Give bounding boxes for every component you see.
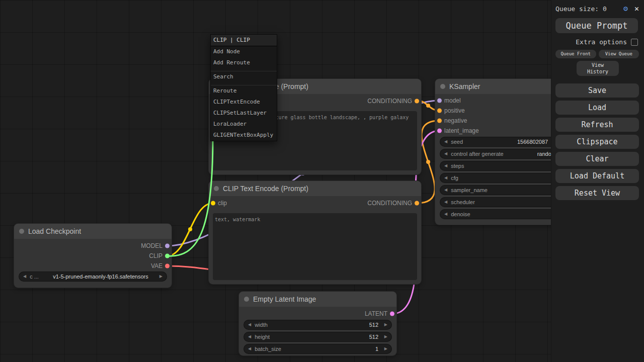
widget-width[interactable]: ◀ width 512 ▶ bbox=[244, 320, 391, 329]
slot-dot-model[interactable] bbox=[165, 244, 170, 248]
increment-arrow-icon[interactable]: ▶ bbox=[384, 320, 387, 329]
load-button[interactable]: Load bbox=[555, 101, 639, 115]
decrement-arrow-icon[interactable]: ◀ bbox=[248, 332, 251, 341]
decrement-arrow-icon[interactable]: ◀ bbox=[444, 149, 447, 158]
node-title-bar[interactable]: Empty Latent Image bbox=[239, 292, 396, 307]
decrement-arrow-icon[interactable]: ◀ bbox=[248, 320, 251, 329]
input-slot-negative[interactable]: negative bbox=[435, 117, 467, 124]
close-icon[interactable]: ✕ bbox=[634, 4, 639, 13]
collapse-dot-icon[interactable] bbox=[244, 297, 249, 302]
link-midpoint-dot bbox=[188, 227, 192, 231]
clear-button[interactable]: Clear bbox=[555, 152, 639, 166]
decrement-arrow-icon[interactable]: ◀ bbox=[444, 137, 447, 146]
slot-dot-conditioning[interactable] bbox=[437, 109, 442, 113]
menu-item-loraloader[interactable]: LoraLoader bbox=[211, 119, 277, 130]
input-slot-model[interactable]: model bbox=[435, 97, 461, 104]
queue-front-button[interactable]: Queue Front bbox=[555, 50, 596, 58]
link-midpoint-dot bbox=[426, 160, 430, 164]
reset-view-button[interactable]: Reset View bbox=[555, 186, 639, 200]
link-midpoint-dot bbox=[426, 104, 430, 108]
slot-dot-vae[interactable] bbox=[165, 264, 170, 268]
menu-item-gligentextboxapply[interactable]: GLIGENTextBoxApply bbox=[211, 130, 277, 141]
node-graph-canvas[interactable]: Load Checkpoint MODEL CLIP VAE ◀ c ... v… bbox=[0, 0, 644, 362]
menu-item-cliptextencode[interactable]: CLIPTextEncode bbox=[211, 97, 277, 108]
refresh-button[interactable]: Refresh bbox=[555, 118, 639, 132]
node-title: CLIP Text Encode (Prompt) bbox=[223, 185, 308, 193]
link-drag-clip bbox=[167, 139, 213, 256]
decrement-arrow-icon[interactable]: ◀ bbox=[444, 173, 447, 183]
decrement-arrow-icon[interactable]: ◀ bbox=[23, 272, 26, 281]
node-title-bar[interactable]: CLIP Text Encode (Prompt) bbox=[209, 181, 421, 196]
extra-options-checkbox[interactable] bbox=[631, 39, 638, 46]
collapse-dot-icon[interactable] bbox=[19, 229, 24, 234]
slot-dot-model[interactable] bbox=[437, 99, 442, 103]
decrement-arrow-icon[interactable]: ◀ bbox=[444, 210, 447, 219]
increment-arrow-icon[interactable]: ▶ bbox=[384, 344, 387, 353]
context-menu-title: CLIP | CLIP bbox=[211, 35, 277, 46]
output-slot-clip[interactable]: CLIP bbox=[149, 252, 172, 259]
decrement-arrow-icon[interactable]: ◀ bbox=[444, 198, 447, 207]
slot-dot-conditioning[interactable] bbox=[415, 201, 419, 206]
load-default-button[interactable]: Load Default bbox=[555, 169, 639, 183]
output-slot-vae[interactable]: VAE bbox=[151, 262, 172, 269]
save-button[interactable]: Save bbox=[555, 83, 639, 98]
clipspace-button[interactable]: Clipspace bbox=[555, 135, 639, 149]
menu-item-search[interactable]: Search bbox=[211, 71, 277, 82]
decrement-arrow-icon[interactable]: ◀ bbox=[444, 186, 447, 195]
prompt-textarea[interactable]: text, watermark bbox=[213, 213, 417, 280]
queue-size-label: Queue size: 0 bbox=[555, 5, 607, 13]
node-empty-latent-image[interactable]: Empty Latent Image LATENT ◀ width 512 ▶ … bbox=[239, 292, 396, 355]
input-slot-clip[interactable]: clip bbox=[209, 200, 227, 207]
slot-dot-clip[interactable] bbox=[211, 201, 215, 206]
input-slot-positive[interactable]: positive bbox=[435, 107, 465, 114]
view-queue-button[interactable]: View Queue bbox=[599, 50, 639, 58]
collapse-dot-icon[interactable] bbox=[440, 84, 445, 89]
decrement-arrow-icon[interactable]: ◀ bbox=[248, 344, 251, 353]
queue-prompt-button[interactable]: Queue Prompt bbox=[555, 18, 638, 33]
increment-arrow-icon[interactable]: ▶ bbox=[159, 272, 163, 281]
view-history-button[interactable]: View History bbox=[577, 61, 619, 76]
menu-item-add-reroute[interactable]: Add Reroute bbox=[211, 57, 277, 68]
slot-dot-conditioning[interactable] bbox=[415, 99, 419, 104]
link-clip-to-encode bbox=[167, 203, 213, 256]
node-clip-text-encode-2[interactable]: CLIP Text Encode (Prompt) clip CONDITION… bbox=[209, 181, 421, 284]
menu-item-add-node[interactable]: Add Node bbox=[211, 46, 277, 57]
collapse-dot-icon[interactable] bbox=[214, 186, 219, 191]
slot-dot-clip[interactable] bbox=[165, 254, 170, 258]
widget-ckpt-name[interactable]: ◀ c ... v1-5-pruned-emaonly-fp16.safeten… bbox=[19, 272, 167, 281]
slot-dot-latent[interactable] bbox=[390, 312, 394, 316]
input-slot-latent-image[interactable]: latent_image bbox=[435, 127, 479, 134]
slot-dot-conditioning[interactable] bbox=[437, 119, 442, 123]
menu-item-clipsetlastlayer[interactable]: CLIPSetLastLayer bbox=[211, 108, 277, 119]
increment-arrow-icon[interactable]: ▶ bbox=[384, 332, 387, 341]
comfy-menu-panel: Queue size: 0 ⚙ ✕ Queue Prompt Extra opt… bbox=[551, 0, 644, 362]
widget-batch-size[interactable]: ◀ batch_size 1 ▶ bbox=[244, 344, 391, 353]
node-title: Empty Latent Image bbox=[253, 295, 316, 303]
settings-gear-icon[interactable]: ⚙ bbox=[623, 4, 628, 13]
output-slot-latent[interactable]: LATENT bbox=[365, 310, 396, 317]
extra-options-label: Extra options bbox=[576, 38, 627, 46]
node-title-bar[interactable]: Load Checkpoint bbox=[14, 224, 172, 239]
output-slot-conditioning[interactable]: CONDITIONING bbox=[367, 200, 421, 207]
widget-height[interactable]: ◀ height 512 ▶ bbox=[244, 332, 391, 341]
node-title: KSampler bbox=[449, 82, 480, 90]
menu-item-reroute[interactable]: Reroute bbox=[211, 85, 277, 97]
output-slot-conditioning[interactable]: CONDITIONING bbox=[367, 98, 421, 105]
node-load-checkpoint[interactable]: Load Checkpoint MODEL CLIP VAE ◀ c ... v… bbox=[14, 224, 172, 288]
slot-dot-latent[interactable] bbox=[437, 129, 442, 133]
output-slot-model[interactable]: MODEL bbox=[141, 242, 172, 249]
link-release-context-menu: CLIP | CLIP Add Node Add Reroute Search … bbox=[210, 34, 277, 141]
node-title: Load Checkpoint bbox=[28, 227, 81, 235]
decrement-arrow-icon[interactable]: ◀ bbox=[444, 161, 447, 170]
